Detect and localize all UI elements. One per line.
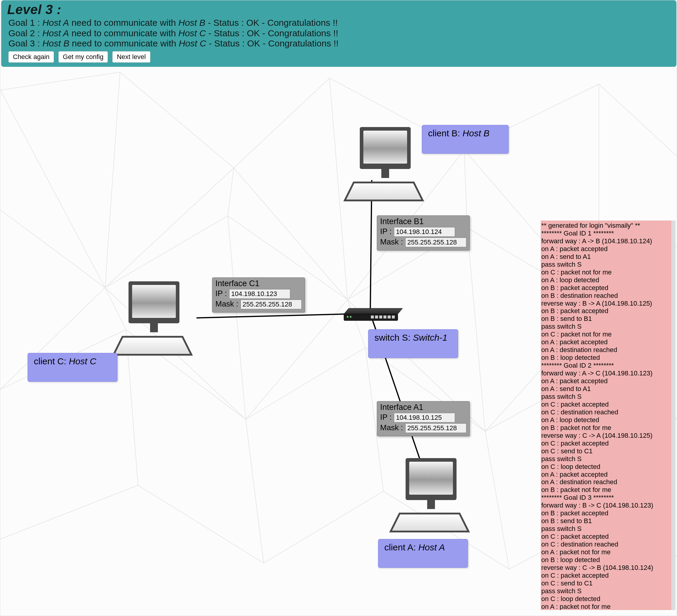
log-line: on A : send to A1 — [541, 253, 670, 261]
log-line: on A : packet accepted — [541, 471, 670, 479]
log-line: ******** Goal ID 3 ******** — [541, 494, 670, 501]
log-line: reverse way : C -> B (104.198.10.124) — [541, 564, 670, 572]
log-line: on B : packet accepted — [541, 307, 670, 315]
next-level-button[interactable]: Next level — [112, 51, 150, 62]
log-line: on A : destination reached — [541, 478, 670, 486]
log-line: on C : destination reached — [541, 540, 670, 548]
interface-c1-ip-label: IP : — [215, 289, 229, 298]
svg-rect-18 — [375, 315, 378, 318]
log-line: pass switch S — [541, 525, 670, 533]
log-line: on C : packet accepted — [541, 401, 670, 408]
log-line: reverse way : C -> A (104.198.10.125) — [541, 432, 670, 440]
svg-marker-10 — [114, 337, 191, 355]
interface-a1-mask-label: Mask : — [380, 423, 405, 432]
interface-b1-box: Interface B1 IP : Mask : — [377, 215, 470, 251]
log-line: reverse way : B -> A (104.198.10.125) — [541, 300, 670, 307]
client-c-computer-icon — [107, 278, 197, 360]
client-a-computer-icon — [385, 455, 475, 537]
svg-rect-12 — [409, 462, 453, 495]
goal-line-2: Goal 2 : Host A need to communicate with… — [8, 28, 670, 39]
svg-rect-8 — [132, 285, 176, 318]
log-line: on A : packet accepted — [541, 245, 670, 253]
svg-marker-14 — [391, 514, 468, 531]
log-line: on B : packet accepted — [541, 509, 670, 517]
log-line: on C : packet not for me — [541, 268, 670, 276]
log-line: on A : loop detected — [541, 416, 670, 424]
goal-line-1: Goal 1 : Host A need to communicate with… — [8, 18, 670, 28]
client-c-label: client C: Host C — [28, 353, 118, 382]
log-line: on B : packet not for me — [541, 424, 670, 432]
interface-a1-ip-label: IP : — [380, 412, 394, 422]
log-line: on B : packet accepted — [541, 284, 670, 292]
interface-b1-mask-label: Mask : — [380, 237, 405, 246]
log-line: on A : send to A1 — [541, 385, 670, 393]
log-line: pass switch S — [541, 261, 670, 268]
log-line: pass switch S — [541, 393, 670, 401]
interface-b1-title: Interface B1 — [380, 217, 466, 226]
log-line: ******** Goal ID 2 ******** — [541, 362, 670, 369]
get-my-config-button[interactable]: Get my config — [58, 51, 108, 62]
log-line: on C : packet accepted — [541, 572, 670, 579]
log-line: pass switch S — [541, 455, 670, 463]
check-again-button[interactable]: Check again — [8, 51, 54, 62]
log-line: pass switch S — [541, 587, 670, 595]
svg-rect-21 — [388, 315, 391, 318]
goal-line-3: Goal 3 : Host B need to communicate with… — [8, 38, 670, 49]
log-line: pass switch S — [541, 323, 670, 331]
interface-c1-mask-label: Mask : — [215, 299, 240, 308]
svg-rect-23 — [347, 316, 348, 318]
client-b-computer-icon — [339, 124, 429, 206]
log-line: on C : send to C1 — [541, 447, 670, 455]
interface-c1-title: Interface C1 — [215, 279, 302, 288]
log-line: ** generated for login "vismaily" ** — [541, 222, 670, 229]
svg-rect-5 — [381, 169, 389, 178]
svg-rect-17 — [371, 315, 374, 318]
client-b-label: client B: Host B — [422, 125, 509, 154]
log-line: on C : send to C1 — [541, 579, 670, 587]
interface-b1-ip-input[interactable] — [394, 227, 455, 237]
interface-b1-mask-input[interactable] — [405, 237, 466, 247]
svg-marker-6 — [345, 182, 423, 201]
level-title: Level 3 : — [7, 2, 670, 17]
log-line: on C : loop detected — [541, 595, 670, 603]
svg-marker-15 — [344, 308, 403, 314]
interface-c1-ip-input[interactable] — [229, 289, 290, 299]
log-line: ******** Goal ID 1 ******** — [541, 229, 670, 237]
log-line: forward way : A -> B (104.198.10.124) — [541, 237, 670, 245]
svg-rect-22 — [392, 315, 395, 318]
interface-a1-title: Interface A1 — [380, 403, 466, 412]
svg-rect-24 — [350, 316, 351, 318]
log-line: on A : packet accepted — [541, 377, 670, 385]
log-line: on C : destination reached — [541, 408, 670, 416]
svg-rect-9 — [150, 323, 158, 332]
svg-rect-13 — [427, 500, 435, 509]
interface-a1-ip-input[interactable] — [394, 413, 455, 423]
log-line: on B : send to B1 — [541, 315, 670, 323]
log-line: forward way : A -> C (104.198.10.123) — [541, 369, 670, 377]
client-a-label: client A: Host A — [378, 539, 468, 568]
svg-rect-19 — [379, 315, 382, 318]
log-line: on C : loop detected — [541, 463, 670, 471]
svg-rect-20 — [383, 315, 387, 318]
log-line: on B : packet not for me — [541, 486, 670, 494]
log-panel: ** generated for login "vismaily" ******… — [541, 221, 676, 610]
interface-b1-ip-label: IP : — [380, 227, 394, 236]
interface-c1-box: Interface C1 IP : Mask : — [212, 277, 305, 312]
log-line: on B : send to B1 — [541, 517, 670, 525]
interface-a1-mask-input[interactable] — [405, 423, 466, 433]
svg-rect-4 — [363, 131, 407, 164]
log-line: on A : loop detected — [541, 276, 670, 284]
log-line: on A : packet accepted — [541, 338, 670, 346]
switch-icon — [338, 304, 404, 326]
interface-a1-box: Interface A1 IP : Mask : — [377, 401, 470, 436]
switch-label: switch S: Switch-1 — [368, 329, 458, 358]
level-header: Level 3 : Goal 1 : Host A need to commun… — [1, 0, 676, 67]
log-line: on B : destination reached — [541, 292, 670, 300]
log-line: on C : packet accepted — [541, 533, 670, 540]
log-line: on B : loop detected — [541, 556, 670, 564]
log-line: on A : destination reached — [541, 346, 670, 354]
log-line: on A : packet not for me — [541, 548, 670, 556]
interface-c1-mask-input[interactable] — [240, 300, 302, 309]
log-line: on B : loop detected — [541, 354, 670, 362]
log-line: on A : packet not for me — [541, 603, 670, 610]
